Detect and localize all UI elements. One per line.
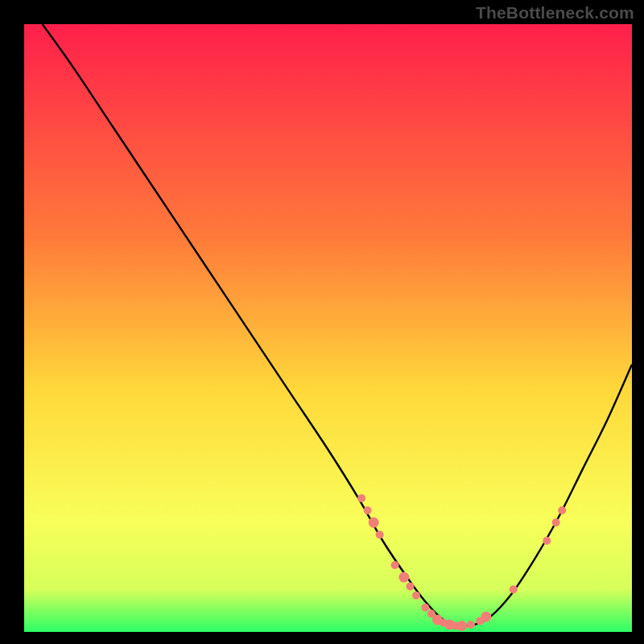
data-marker [558,506,566,514]
data-marker [421,604,429,612]
data-marker [510,585,518,593]
gradient-background [24,24,632,632]
data-marker [376,530,384,539]
data-marker [543,537,551,545]
data-marker [552,518,560,526]
data-marker [481,612,491,622]
chart-frame: TheBottleneck.com [0,0,644,644]
data-marker [357,494,365,502]
data-marker [406,582,414,590]
data-marker [391,561,399,569]
chart-plot [24,24,632,632]
chart-svg [24,24,632,632]
data-marker [398,572,409,583]
data-marker [364,506,372,514]
data-marker [412,592,420,600]
watermark-label: TheBottleneck.com [476,3,634,23]
data-marker [467,621,475,629]
data-marker [369,518,379,528]
data-marker [456,621,467,631]
